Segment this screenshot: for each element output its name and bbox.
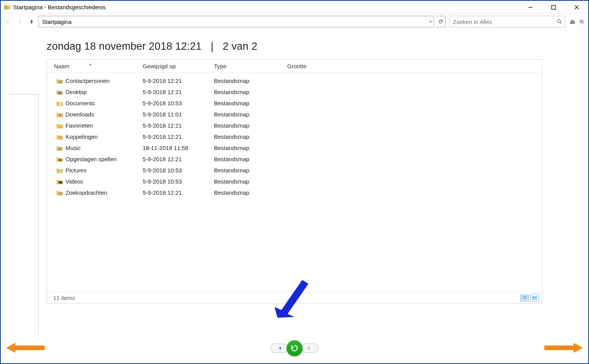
table-row[interactable]: Pictures5-9-2018 10:53Bestandsmap [47, 165, 542, 176]
item-name: Contactpersonen [66, 78, 109, 84]
svg-point-2 [557, 20, 560, 23]
item-type: Bestandsmap [207, 167, 280, 174]
window-title: Startpagina - Bestandsgeschiedenis [13, 4, 106, 10]
item-type: Bestandsmap [207, 111, 280, 118]
svg-rect-14 [59, 181, 61, 184]
annotation-arrow-left [6, 342, 45, 354]
item-type: Bestandsmap [207, 89, 280, 95]
item-modified: 5-9-2018 10:53 [136, 100, 207, 106]
item-modified: 5-9-2018 12:21 [136, 156, 207, 162]
svg-rect-7 [59, 94, 61, 94]
item-modified: 18-11-2018 11:58 [136, 145, 207, 151]
sidebar-fragment [8, 94, 39, 337]
folder-downloads-icon [56, 111, 63, 118]
item-modified: 5-9-2018 10:53 [136, 167, 207, 174]
item-name: Opgeslagen spellen [66, 156, 117, 162]
folder-documents-icon [56, 100, 63, 106]
bottom-bar [3, 336, 586, 360]
folder-favorites-icon [56, 123, 63, 129]
minimize-button[interactable] [519, 1, 542, 13]
close-button[interactable] [565, 1, 588, 13]
item-type: Bestandsmap [207, 122, 280, 129]
item-name: Koppelingen [66, 133, 98, 140]
search-box [449, 16, 565, 27]
svg-marker-19 [6, 343, 45, 353]
snapshot-heading: zondag 18 november 2018 12:21 | 2 van 2 [47, 40, 585, 52]
header-type[interactable]: Type [207, 63, 280, 69]
snapshot-position: 2 van 2 [223, 40, 257, 52]
item-name: Music [66, 145, 81, 151]
svg-marker-21 [274, 280, 308, 318]
item-modified: 5-9-2018 12:21 [136, 122, 207, 129]
app-icon [4, 3, 11, 10]
table-row[interactable]: Opgeslagen spellen5-9-2018 12:21Bestands… [47, 153, 542, 165]
refresh-button[interactable] [436, 16, 446, 27]
heading-separator: | [211, 40, 214, 52]
file-panel: Naam▴ Gewijzigd op Type Grootte Contactp… [47, 59, 542, 303]
item-type: Bestandsmap [207, 156, 280, 162]
column-headers: Naam▴ Gewijzigd op Type Grootte [47, 60, 542, 73]
item-name: Zoekopdrachten [66, 189, 107, 196]
table-row[interactable]: Documents5-9-2018 10:53Bestandsmap [47, 98, 542, 109]
item-modified: 5-9-2018 10:53 [136, 178, 207, 185]
item-name: Favorieten [66, 122, 93, 129]
header-modified[interactable]: Gewijzigd op [136, 63, 207, 69]
svg-point-5 [60, 81, 61, 81]
item-name: Pictures [66, 167, 86, 174]
item-name: Desktop [66, 89, 87, 95]
thumbnails-view-button[interactable] [530, 295, 539, 302]
table-row[interactable]: Contactpersonen5-9-2018 12:21Bestandsmap [47, 75, 542, 86]
table-row[interactable]: Zoekopdrachten5-9-2018 12:21Bestandsmap [47, 187, 542, 198]
svg-marker-20 [544, 343, 583, 353]
item-type: Bestandsmap [207, 178, 280, 185]
address-input[interactable] [39, 17, 427, 27]
details-view-button[interactable] [520, 295, 529, 302]
next-version-button[interactable] [301, 344, 319, 353]
item-type: Bestandsmap [207, 145, 280, 151]
forward-button[interactable] [15, 17, 25, 27]
back-button[interactable] [3, 17, 13, 27]
version-nav-cluster [270, 340, 319, 356]
toolbar [1, 13, 588, 30]
item-name: Documents [66, 100, 95, 106]
header-size[interactable]: Grootte [280, 63, 326, 69]
search-input[interactable] [450, 17, 554, 27]
maximize-button[interactable] [542, 1, 565, 13]
table-row[interactable]: Videos5-9-2018 10:53Bestandsmap [47, 176, 542, 187]
table-row[interactable]: Music18-11-2018 11:58Bestandsmap [47, 142, 542, 153]
folder-links-icon [56, 134, 63, 140]
item-modified: 5-9-2018 12:21 [136, 189, 207, 196]
annotation-arrow-right [544, 342, 583, 354]
item-modified: 5-9-2018 12:21 [136, 89, 207, 95]
item-count: 11 items [53, 295, 75, 301]
svg-rect-11 [59, 159, 61, 160]
item-modified: 5-9-2018 12:21 [136, 78, 207, 84]
item-type: Bestandsmap [207, 78, 280, 84]
folder-pictures-icon [56, 167, 63, 174]
address-dropdown-icon[interactable] [427, 16, 434, 27]
restore-button[interactable] [286, 340, 303, 356]
item-name: Downloads [66, 111, 94, 118]
table-row[interactable]: Desktop5-9-2018 12:21Bestandsmap [47, 86, 542, 98]
window-controls [519, 1, 588, 13]
search-icon[interactable] [554, 19, 565, 24]
item-type: Bestandsmap [207, 133, 280, 140]
item-type: Bestandsmap [207, 100, 280, 106]
item-name: Videos [66, 178, 83, 185]
previous-version-button[interactable] [270, 344, 288, 353]
file-rows: Contactpersonen5-9-2018 12:21Bestandsmap… [47, 73, 542, 198]
header-name[interactable]: Naam▴ [47, 63, 136, 69]
table-row[interactable]: Favorieten5-9-2018 12:21Bestandsmap [47, 120, 542, 131]
folder-music-icon [56, 145, 63, 151]
table-row[interactable]: Koppelingen5-9-2018 12:21Bestandsmap [47, 131, 542, 142]
sort-indicator-icon: ▴ [89, 62, 91, 66]
gear-icon[interactable] [577, 17, 586, 26]
item-modified: 5-9-2018 11:01 [136, 111, 207, 118]
up-button[interactable] [28, 18, 35, 25]
svg-rect-6 [58, 92, 62, 94]
home-icon[interactable] [568, 17, 577, 26]
snapshot-date: zondag 18 november 2018 12:21 [47, 40, 202, 52]
item-type: Bestandsmap [207, 189, 280, 196]
table-row[interactable]: Downloads5-9-2018 11:01Bestandsmap [47, 109, 542, 120]
folder-videos-icon [56, 179, 63, 185]
